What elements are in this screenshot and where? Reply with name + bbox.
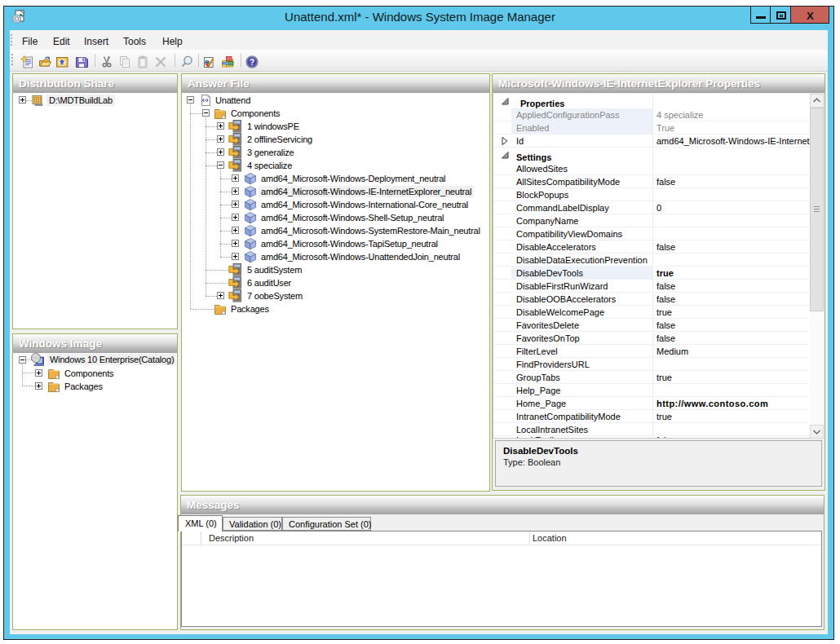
svg-text:?: ? (250, 58, 254, 67)
